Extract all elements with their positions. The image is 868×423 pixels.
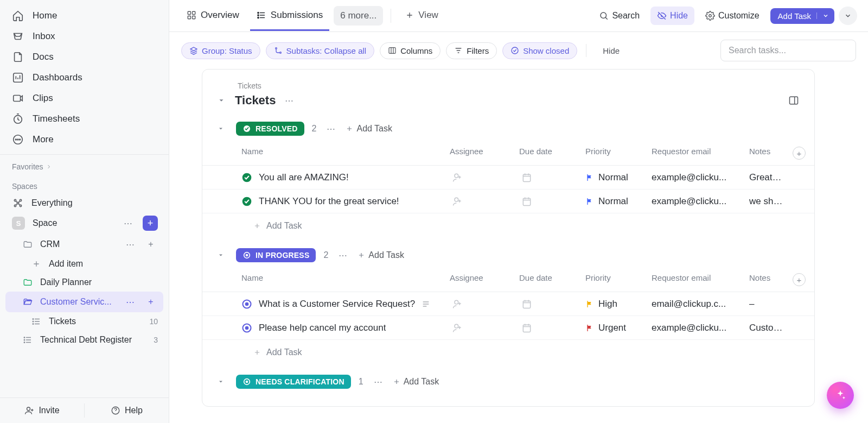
status-pill[interactable]: RESOLVED xyxy=(236,122,304,136)
assignee-button[interactable] xyxy=(450,172,510,183)
crm-add-button[interactable]: + xyxy=(144,237,158,251)
help-button[interactable]: Help xyxy=(85,398,169,423)
col-priority[interactable]: Priority xyxy=(581,268,647,292)
col-email[interactable]: Requestor email xyxy=(647,141,745,165)
group-add-task-button[interactable]: Add Task xyxy=(346,124,392,134)
col-due[interactable]: Due date xyxy=(515,141,581,165)
group-menu-button[interactable]: ⋯ xyxy=(324,122,338,136)
panel-toggle-icon[interactable] xyxy=(788,95,799,106)
folder-daily-planner[interactable]: Daily Planner xyxy=(0,273,169,292)
tab-submissions[interactable]: Submissions xyxy=(250,1,329,31)
cs-add-button[interactable]: + xyxy=(144,295,158,309)
collapse-icon[interactable] xyxy=(218,97,228,104)
crm-menu-button[interactable]: ⋯ xyxy=(123,237,137,251)
col-email[interactable]: Requestor email xyxy=(647,268,745,292)
col-assignee[interactable]: Assignee xyxy=(445,268,515,292)
status-pill[interactable]: IN PROGRESS xyxy=(236,248,316,262)
task-row[interactable]: Please help cancel my accountUrgentexamp… xyxy=(202,316,814,340)
space-menu-button[interactable]: ⋯ xyxy=(121,216,135,230)
customize-button[interactable]: Customize xyxy=(699,7,766,25)
priority-cell[interactable]: Normal xyxy=(585,172,643,183)
more-menu-button[interactable] xyxy=(839,7,857,25)
assignee-button[interactable] xyxy=(450,196,510,207)
col-name[interactable]: Name xyxy=(237,268,445,292)
invite-button[interactable]: Invite xyxy=(0,398,84,423)
email-cell[interactable]: email@clickup.c... xyxy=(647,293,745,315)
chip-filters[interactable]: Filters xyxy=(446,42,497,59)
email-cell[interactable]: example@clicku... xyxy=(647,317,745,339)
chip-group[interactable]: Group: Status xyxy=(181,42,260,59)
chip-show-closed[interactable]: Show closed xyxy=(502,42,577,59)
add-view-button[interactable]: View xyxy=(399,1,445,31)
status-icon[interactable] xyxy=(241,323,252,333)
favorites-section[interactable]: Favorites xyxy=(0,154,169,174)
nav-dashboards[interactable]: Dashboards xyxy=(0,67,169,88)
task-name[interactable]: You all are AMAZING! xyxy=(259,172,349,183)
assignee-button[interactable] xyxy=(450,299,510,310)
chip-subtasks[interactable]: Subtasks: Collapse all xyxy=(266,42,375,59)
add-task-row[interactable]: Add Task xyxy=(202,340,814,361)
list-menu-button[interactable]: ⋯ xyxy=(282,93,296,108)
group-collapse-icon[interactable] xyxy=(218,252,228,258)
breadcrumb[interactable]: Tickets xyxy=(238,81,799,90)
priority-cell[interactable]: Urgent xyxy=(585,323,643,333)
task-row[interactable]: You all are AMAZING!Normalexample@clicku… xyxy=(202,166,814,190)
add-task-button[interactable]: Add Task xyxy=(770,8,834,24)
priority-cell[interactable]: High xyxy=(585,299,643,310)
email-cell[interactable]: example@clicku... xyxy=(647,191,745,212)
group-menu-button[interactable]: ⋯ xyxy=(371,375,385,389)
nav-docs[interactable]: Docs xyxy=(0,47,169,67)
task-name[interactable]: THANK YOU for the great service! xyxy=(259,196,399,207)
col-assignee[interactable]: Assignee xyxy=(445,141,515,165)
add-item-row[interactable]: Add item xyxy=(0,255,169,273)
col-name[interactable]: Name xyxy=(237,141,445,165)
folder-crm[interactable]: CRM ⋯ + xyxy=(0,234,169,255)
priority-cell[interactable]: Normal xyxy=(585,196,643,207)
ai-fab-button[interactable] xyxy=(827,382,854,409)
group-add-task-button[interactable]: Add Task xyxy=(358,250,404,260)
chip-columns[interactable]: Columns xyxy=(380,42,441,59)
space-add-button[interactable]: + xyxy=(143,216,158,231)
search-tasks-input[interactable] xyxy=(720,40,856,61)
col-priority[interactable]: Priority xyxy=(581,141,647,165)
group-add-task-button[interactable]: Add Task xyxy=(393,377,439,387)
group-collapse-icon[interactable] xyxy=(218,125,228,132)
notes-cell[interactable]: – xyxy=(745,293,788,315)
tab-more[interactable]: 6 more... xyxy=(334,6,383,26)
group-menu-button[interactable]: ⋯ xyxy=(336,248,350,262)
add-column-button[interactable]: + xyxy=(788,141,810,165)
task-name[interactable]: Please help cancel my account xyxy=(259,323,386,333)
hide-button[interactable]: Hide xyxy=(650,7,694,25)
due-date-button[interactable] xyxy=(519,172,577,183)
tab-overview[interactable]: Overview xyxy=(180,1,246,31)
assignee-button[interactable] xyxy=(450,323,510,333)
due-date-button[interactable] xyxy=(519,323,577,333)
chevron-down-icon[interactable] xyxy=(816,12,829,19)
everything-row[interactable]: Everything xyxy=(0,194,169,212)
nav-home[interactable]: Home xyxy=(0,5,169,26)
status-icon[interactable] xyxy=(241,172,252,183)
notes-cell[interactable]: we should xyxy=(745,191,788,212)
list-tickets[interactable]: Tickets 10 xyxy=(0,312,169,331)
status-icon[interactable] xyxy=(241,299,252,310)
status-pill[interactable]: NEEDS CLARIFICATION xyxy=(236,375,351,389)
task-row[interactable]: What is a Customer Service Request?Highe… xyxy=(202,292,814,316)
add-column-button[interactable]: + xyxy=(788,268,810,292)
email-cell[interactable]: example@clicku... xyxy=(647,167,745,188)
task-row[interactable]: THANK YOU for the great service!Normalex… xyxy=(202,190,814,213)
group-collapse-icon[interactable] xyxy=(218,378,228,385)
notes-cell[interactable]: Customer xyxy=(745,317,788,339)
col-notes[interactable]: Notes xyxy=(745,141,788,165)
status-icon[interactable] xyxy=(241,196,252,207)
search-button[interactable]: Search xyxy=(592,7,646,25)
space-row[interactable]: S Space ⋯ + xyxy=(0,212,169,234)
due-date-button[interactable] xyxy=(519,299,577,310)
nav-clips[interactable]: Clips xyxy=(0,88,169,109)
add-task-row[interactable]: Add Task xyxy=(202,213,814,234)
notes-cell[interactable]: Great cust xyxy=(745,167,788,188)
task-name[interactable]: What is a Customer Service Request? xyxy=(259,299,415,310)
cs-menu-button[interactable]: ⋯ xyxy=(123,295,137,309)
nav-more[interactable]: More xyxy=(0,129,169,150)
due-date-button[interactable] xyxy=(519,196,577,207)
hide-filters-button[interactable]: Hide xyxy=(603,46,620,55)
